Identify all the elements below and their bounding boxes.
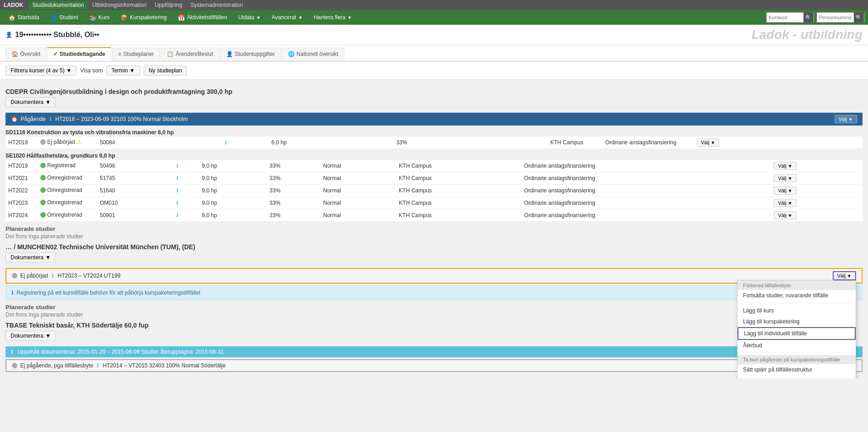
course-table-sd1116: HT2019 Ej påbörjad ⚠ 50084 ℹ 6,0 hp 33% … — [5, 137, 863, 149]
ej-paborjad-icon — [12, 273, 17, 279]
valj-btn[interactable]: Välj ▼ — [774, 174, 796, 182]
dropdown-item6[interactable]: Sätt spärr på tillfällesstruktur — [738, 364, 856, 375]
tab-bar: 🏠 Översikt ✓ Studiedeltagande ≡ Studiepl… — [0, 45, 868, 62]
dropdown-item7[interactable]: Tillgängliggöra tillfällesstrukturer — [738, 375, 856, 378]
nav-kurs[interactable]: 📚 Kurs — [85, 12, 114, 23]
valj-btn[interactable]: Välj ▼ — [774, 211, 796, 219]
info-circle-icon: ℹ — [11, 290, 14, 296]
kurskod-search-box: 🔍 — [766, 12, 814, 22]
nav-avancerat[interactable]: Avancerat ▼ — [267, 12, 307, 22]
avancerat-chevron: ▼ — [298, 15, 303, 20]
info-banner-munchen: ℹ Registrering på ett kurstillfälle behö… — [5, 285, 863, 300]
kurspaketering-icon: 📦 — [120, 14, 128, 21]
course-se1020-title: SE1020 Hållfasthetslära, grundkurs 9,0 h… — [5, 151, 863, 160]
nav-hantera[interactable]: Hantera flera ▼ — [309, 12, 356, 22]
financing-cell: Ordinarie anslagsfinansiering — [602, 137, 694, 149]
tab-oversikt[interactable]: 🏠 Översikt — [5, 48, 46, 60]
nav-student[interactable]: 👤 Student — [45, 12, 82, 23]
nav-utdata[interactable]: Utdata ▼ — [233, 12, 265, 22]
info-icon-tbase2[interactable]: ℹ — [227, 349, 229, 355]
oversikt-icon: 🏠 — [11, 51, 18, 57]
top-nav-studiedokumentation[interactable]: Studiedokumentation — [29, 1, 88, 9]
dropdown-separator1 — [738, 303, 856, 303]
doc-btn-tbase[interactable]: Dokumentera ▼ — [5, 331, 56, 341]
doc-btn-cdepr[interactable]: Dokumentera ▼ — [5, 97, 56, 107]
doc-chevron: ▼ — [45, 99, 51, 105]
study-type-cell — [493, 137, 548, 149]
top-nav-utbildning[interactable]: Utbildningsinformation — [88, 1, 150, 9]
term-cell: HT2019 — [5, 160, 38, 172]
dropdown-item1[interactable]: Fortsätta studier, nuvarande tillfälle — [738, 290, 856, 301]
status-cell: Registrerad — [38, 160, 97, 172]
top-nav-systemadmin[interactable]: Systemadministration — [187, 1, 247, 9]
student-icon: 👤 — [5, 32, 12, 38]
valj-btn-munchen[interactable]: Välj ▼ — [833, 271, 856, 280]
munchen-status-container: Ej påbörjad ℹ HT2023 – VT2024 UT199 Välj… — [5, 268, 863, 284]
pagaende-icon: ⏰ — [11, 116, 18, 122]
filter-courses-btn[interactable]: Filtrera kurser (4 av 5) ▼ — [5, 66, 76, 76]
persnr-input[interactable] — [817, 15, 854, 20]
status-icon — [40, 212, 46, 218]
info-icon-cdepr[interactable]: ℹ — [49, 116, 52, 122]
planned-empty-munchen: Det finns inga planerade studier — [5, 312, 863, 318]
table-row: HT2023 Omregistrerad OM010 ℹ 9,0 hp 33% … — [5, 197, 863, 209]
campus-cell: KTH Campus — [548, 137, 602, 149]
course-sd1116-title: SD1116 Konstruktion av tysta och vibrati… — [5, 127, 863, 137]
status-icon — [40, 163, 46, 168]
tab-arenden[interactable]: 📋 Ärenden/Beslut — [161, 48, 219, 60]
warn-icon: ⚠ — [76, 139, 81, 145]
home-icon: 🏠 — [8, 14, 16, 21]
status-icon — [40, 187, 46, 193]
top-nav: Studiedokumentation Utbildningsinformati… — [29, 1, 247, 9]
new-studieplan-btn[interactable]: Ny studieplan — [144, 66, 187, 76]
dropdown-item2[interactable]: Lägg till kurs — [738, 305, 856, 316]
pct-cell: 33% — [393, 137, 493, 149]
dropdown-item5[interactable]: Återbud — [738, 340, 856, 351]
program-cdepr-header: CDEPR Civilingenjörsutbildning i design … — [5, 88, 863, 95]
course-code-cell: 50084 — [97, 137, 222, 149]
planned-title-munchen: Planerade studier — [5, 304, 863, 311]
valj-btn-sd1116[interactable]: Välj ▼ — [697, 138, 719, 147]
doc-chevron3: ▼ — [45, 333, 51, 339]
tab-studentuppgifter[interactable]: 👤 Studentuppgifter — [220, 48, 281, 60]
valj-btn[interactable]: Välj ▼ — [774, 162, 796, 170]
kurskod-search-btn[interactable]: 🔍 — [803, 12, 814, 22]
valj-btn[interactable]: Välj ▼ — [774, 186, 796, 195]
studieplaner-icon: ≡ — [118, 51, 121, 57]
tab-studiedeltagande[interactable]: ✓ Studiedeltagande — [47, 47, 111, 61]
tab-studieplaner[interactable]: ≡ Studieplaner — [112, 48, 160, 60]
status-bar-cdepr: ⏰ Pågående ℹ HT2018 – 2023-06-09 32103 1… — [5, 113, 863, 126]
nav-aktivitetstillfallen[interactable]: 📅 Aktivitetstillfällen — [173, 12, 232, 23]
persnr-search-btn[interactable]: 🔍 — [854, 12, 864, 22]
nav-kurspaketering[interactable]: 📦 Kurspaketering — [116, 12, 171, 23]
suppress-bar-tbase: ℹ Uppehåll dokumenterat: 2015-01-20 – 20… — [5, 346, 863, 357]
info-icon-cell[interactable]: ℹ — [222, 137, 269, 149]
hantera-chevron: ▼ — [347, 15, 352, 20]
table-row: HT2022 Omregistrerad 51640 ℹ 9,0 hp 33% … — [5, 185, 863, 197]
valj-btn-cdepr[interactable]: Välj ▼ — [835, 115, 857, 123]
term-cell: HT2019 — [5, 137, 38, 149]
visa-som-label: Visa som — [80, 67, 103, 74]
info-icon-munchen[interactable]: ℹ — [52, 273, 54, 279]
student-header: 👤 19••••••••••• Stubblé, Oli•• Ladok - u… — [0, 25, 868, 45]
valj-btn[interactable]: Välj ▼ — [774, 199, 796, 207]
view-chevron: ▼ — [130, 67, 135, 74]
toolbar: Filtrera kurser (4 av 5) ▼ Visa som Term… — [0, 62, 868, 80]
arenden-icon: 📋 — [167, 51, 174, 57]
tab-nationell[interactable]: 🌐 Nationell översikt — [282, 48, 344, 60]
dropdown-item3[interactable]: Lägg till kurspaketering — [738, 316, 856, 327]
status-bar-tbase-bottom: Ej pågående, pga tillfällesbyte ℹ HT2014… — [5, 359, 863, 372]
kurskod-input[interactable] — [767, 15, 803, 20]
view-termin-btn[interactable]: Termin ▼ — [106, 66, 140, 76]
nav-startsida[interactable]: 🏠 Startsida — [4, 12, 43, 23]
nav-bar: 🏠 Startsida 👤 Student 📚 Kurs 📦 Kurspaket… — [0, 10, 868, 25]
student-name: 19••••••••••• Stubblé, Oli•• — [15, 31, 99, 39]
dropdown-item4[interactable]: Lägg till individuellt tillfälle — [738, 327, 856, 340]
top-nav-uppfoljning[interactable]: Uppföljning — [151, 1, 186, 9]
utdata-chevron: ▼ — [256, 15, 261, 20]
persnr-search-box: 🔍 — [817, 12, 864, 22]
course-table-se1020: HT2019 Registrerad 50498 ℹ 9,0 hp 33% No… — [5, 160, 863, 222]
info-icon-tbase3[interactable]: ℹ — [97, 362, 99, 369]
dropdown-menu-munchen: Förbered tillfällesbyte Fortsätta studie… — [737, 280, 856, 378]
doc-btn-munchen[interactable]: Dokumentera ▼ — [5, 252, 56, 262]
